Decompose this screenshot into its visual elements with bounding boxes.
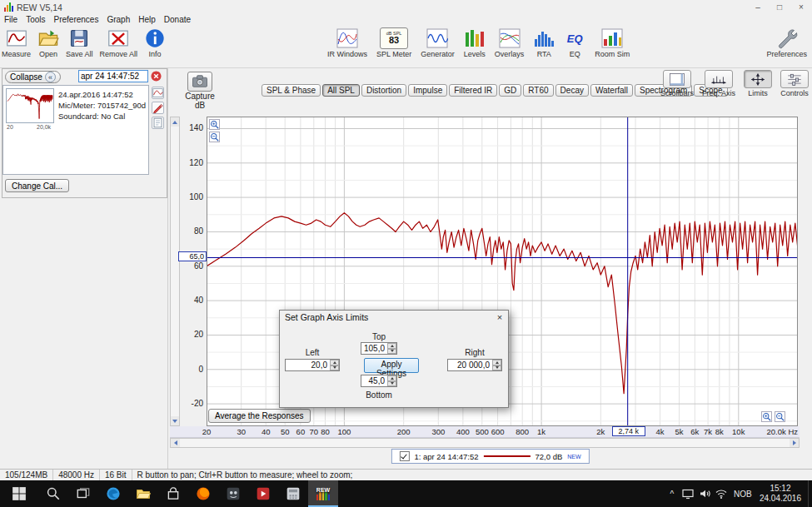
- taskbar-store-button[interactable]: [158, 480, 188, 507]
- app-dark-icon: [226, 486, 241, 501]
- maximize-button[interactable]: □: [769, 0, 790, 14]
- tab-distortion[interactable]: Distortion: [361, 84, 406, 97]
- y-axis-unit: dB: [178, 101, 222, 110]
- menu-donate[interactable]: Donate: [160, 15, 195, 24]
- zoom-out-y-button[interactable]: [209, 132, 220, 142]
- toolbar-save-all-button[interactable]: Save All: [66, 27, 93, 58]
- view-controls-button[interactable]: Controls: [780, 70, 809, 97]
- sample-rate-status: 48000 Hz: [53, 470, 100, 480]
- y-axis-tick-label: -20: [177, 399, 203, 408]
- start-icon: [12, 486, 27, 501]
- top-decrement-icon[interactable]: [387, 349, 396, 355]
- store-icon: [166, 486, 181, 501]
- average-responses-button[interactable]: Average the Responses: [208, 409, 311, 423]
- view-scrollbars-button[interactable]: Scrollbars: [660, 70, 694, 97]
- zoom-in-x-button[interactable]: [761, 411, 772, 422]
- taskbar-edge-button[interactable]: [98, 480, 128, 507]
- scroll-left-icon[interactable]: [171, 439, 180, 447]
- tab-spl-phase[interactable]: SPL & Phase: [262, 84, 321, 97]
- view-freq-axis-button[interactable]: Freq. Axis: [702, 70, 735, 97]
- menu-file[interactable]: File: [0, 15, 22, 24]
- y-axis-tick-label: 80: [177, 226, 203, 236]
- scroll-right-icon[interactable]: [790, 439, 799, 447]
- toolbar-ir-windows-button[interactable]: IR Windows: [327, 27, 367, 58]
- legend-trace-line: [484, 455, 531, 457]
- memory-status: 105/124MB: [0, 470, 53, 480]
- toolbar-overlays-button[interactable]: Overlays: [495, 27, 525, 58]
- toolbar-open-button[interactable]: Open: [37, 27, 59, 58]
- taskbar-firefox-button[interactable]: [188, 480, 218, 507]
- toolbar-info-button[interactable]: Info: [144, 27, 166, 58]
- taskbar-app-dark-button[interactable]: [218, 480, 248, 507]
- measurement-thumbnail[interactable]: [6, 88, 54, 123]
- scroll-down-icon[interactable]: [171, 416, 179, 425]
- toolbar-measure-button[interactable]: Measure: [2, 27, 31, 58]
- zoom-in-y-button[interactable]: [209, 119, 220, 130]
- menubar: FileToolsPreferencesGraphHelpDonate: [0, 14, 812, 25]
- x-axis-scrollbar[interactable]: [170, 438, 800, 448]
- toolbar-spl-meter-button[interactable]: dB SPL83SPL Meter: [376, 27, 411, 58]
- measure-icon: [6, 27, 27, 49]
- toolbar-remove-all-button[interactable]: Remove All: [100, 27, 138, 58]
- thumbnail-min-freq: 20: [7, 124, 13, 130]
- delete-measurement-button[interactable]: [151, 71, 162, 82]
- clock[interactable]: 15:12 24.04.2016: [756, 484, 808, 505]
- zoom-out-x-button[interactable]: [775, 411, 785, 422]
- open-icon: [37, 27, 59, 49]
- camera-icon: [192, 74, 208, 90]
- taskbar-start-button[interactable]: [0, 480, 38, 507]
- notes-icon[interactable]: [152, 117, 164, 129]
- graph-toggle-icon[interactable]: [152, 87, 164, 99]
- speaker-icon[interactable]: [696, 487, 713, 500]
- view-limits-button[interactable]: Limits: [744, 70, 772, 97]
- y-axis-tick-label: 20: [177, 330, 203, 339]
- tab-gd[interactable]: GD: [499, 84, 521, 97]
- tab-rt60[interactable]: RT60: [523, 84, 553, 97]
- toolbar-rta-button[interactable]: RTA: [533, 27, 555, 58]
- menu-tools[interactable]: Tools: [22, 15, 49, 24]
- cursor-db-label: 65,0: [178, 251, 207, 261]
- taskbar-task-view-button[interactable]: [68, 480, 98, 507]
- collapse-panel-button[interactable]: Collapse «: [5, 71, 61, 83]
- menu-preferences[interactable]: Preferences: [49, 15, 102, 24]
- menu-help[interactable]: Help: [134, 15, 160, 24]
- minimize-button[interactable]: –: [747, 0, 769, 14]
- language-indicator[interactable]: NOB: [730, 490, 756, 499]
- time: 15:12: [760, 484, 801, 495]
- taskbar-rew-button[interactable]: REW: [308, 480, 338, 507]
- taskbar-app-red-button[interactable]: [248, 480, 278, 507]
- tab-decay[interactable]: Decay: [555, 84, 589, 97]
- dialog-titlebar[interactable]: Set Graph Axis Limits ×: [280, 311, 508, 324]
- legend-checkbox[interactable]: [399, 451, 409, 461]
- tab-waterfall[interactable]: Waterfall: [590, 84, 633, 97]
- bottom-decrement-icon[interactable]: [387, 381, 396, 387]
- toolbar-generator-button[interactable]: Generator: [421, 27, 455, 58]
- left-decrement-icon[interactable]: [330, 365, 339, 371]
- system-tray: ^ NOB 15:12 24.04.2016: [665, 480, 812, 507]
- toolbar-room-sim-button[interactable]: Room Sim: [595, 27, 630, 58]
- measurement-name-input[interactable]: [78, 70, 148, 82]
- menu-graph[interactable]: Graph: [102, 15, 134, 24]
- show-desktop-button[interactable]: [808, 480, 812, 507]
- capture-button[interactable]: [187, 72, 212, 92]
- toolbar-preferences-button[interactable]: Preferences: [766, 27, 807, 58]
- tab-impulse[interactable]: Impulse: [408, 84, 447, 97]
- toolbar-levels-button[interactable]: Levels: [464, 27, 486, 58]
- taskbar-search-button[interactable]: [38, 480, 68, 507]
- tray-expand-icon[interactable]: ^: [665, 490, 680, 499]
- right-decrement-icon[interactable]: [492, 365, 501, 371]
- task-view-icon: [76, 486, 91, 501]
- display-icon[interactable]: [680, 487, 696, 500]
- change-cal-button[interactable]: Change Cal...: [5, 179, 69, 192]
- dialog-close-button[interactable]: ×: [491, 312, 508, 322]
- tab-filtered-ir[interactable]: Filtered IR: [449, 84, 497, 97]
- apply-settings-button[interactable]: Apply Settings: [364, 358, 419, 373]
- tab-all-spl[interactable]: All SPL: [322, 84, 360, 97]
- network-icon[interactable]: [713, 487, 730, 500]
- toolbar-eq-button[interactable]: EQEQ: [564, 27, 585, 58]
- taskbar-file-explorer-button[interactable]: [128, 480, 158, 507]
- close-button[interactable]: ×: [790, 0, 812, 14]
- taskbar-app-gray-button[interactable]: [278, 480, 308, 507]
- edit-pencil-icon[interactable]: [152, 102, 164, 114]
- x-scroll-track[interactable]: [180, 439, 790, 447]
